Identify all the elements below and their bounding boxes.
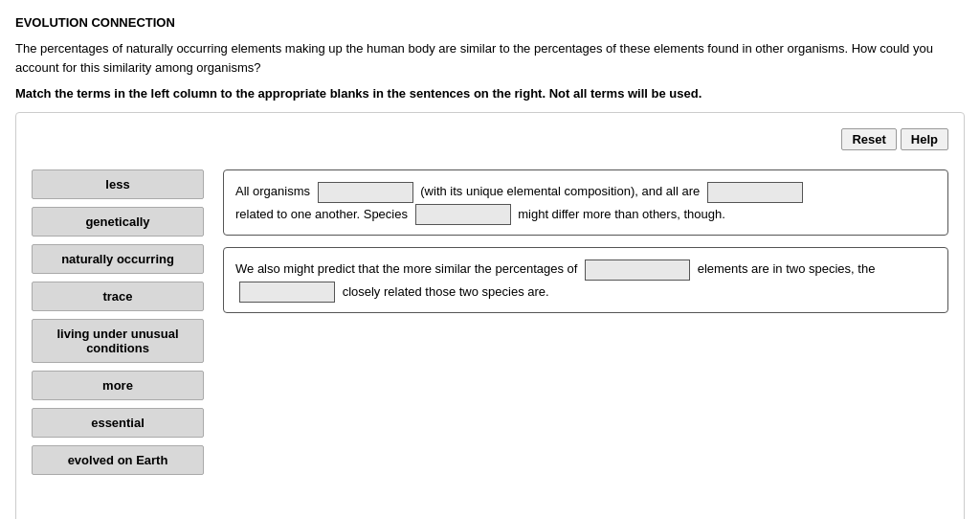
blank-2a[interactable] (585, 260, 690, 281)
activity-title: EVOLUTION CONNECTION (15, 15, 965, 30)
blank-1c[interactable] (415, 204, 511, 225)
term-genetically[interactable]: genetically (32, 207, 204, 237)
help-button[interactable]: Help (901, 128, 948, 150)
terms-column: lessgeneticallynaturally occurringtracel… (32, 169, 204, 475)
sentence1-part1: All organisms (235, 184, 310, 198)
sentence1-part3: related to one another. Species (235, 207, 408, 221)
term-living-under-unusual[interactable]: living under unusual conditions (32, 319, 204, 363)
sentence-box-2: We also might predict that the more simi… (223, 247, 948, 313)
blank-2b[interactable] (239, 282, 335, 303)
term-naturally-occurring[interactable]: naturally occurring (32, 244, 204, 274)
sentence2-part1: We also might predict that the more simi… (235, 261, 577, 276)
activity-container: Reset Help lessgeneticallynaturally occu… (15, 112, 965, 519)
sentence1-part2: (with its unique elemental composition),… (420, 184, 700, 198)
reset-button[interactable]: Reset (841, 128, 896, 150)
term-trace[interactable]: trace (32, 282, 204, 311)
blank-1a[interactable] (318, 182, 413, 203)
term-more[interactable]: more (32, 371, 204, 400)
term-essential[interactable]: essential (32, 408, 204, 438)
sentence-box-1: All organisms (with its unique elemental… (223, 169, 948, 236)
main-content: lessgeneticallynaturally occurringtracel… (32, 169, 948, 475)
sentences-column: All organisms (with its unique elemental… (223, 169, 948, 313)
sentence2-part3: closely related those two species are. (343, 284, 549, 299)
toolbar: Reset Help (32, 128, 948, 150)
blank-1b[interactable] (707, 182, 803, 203)
instruction-text: Match the terms in the left column to th… (15, 86, 965, 101)
sentence2-part2: elements are in two species, the (698, 261, 876, 276)
term-less[interactable]: less (32, 169, 204, 199)
sentence1-part4: might differ more than others, though. (518, 207, 725, 221)
term-evolved-on-earth[interactable]: evolved on Earth (32, 445, 204, 475)
intro-text: The percentages of naturally occurring e… (15, 39, 965, 77)
